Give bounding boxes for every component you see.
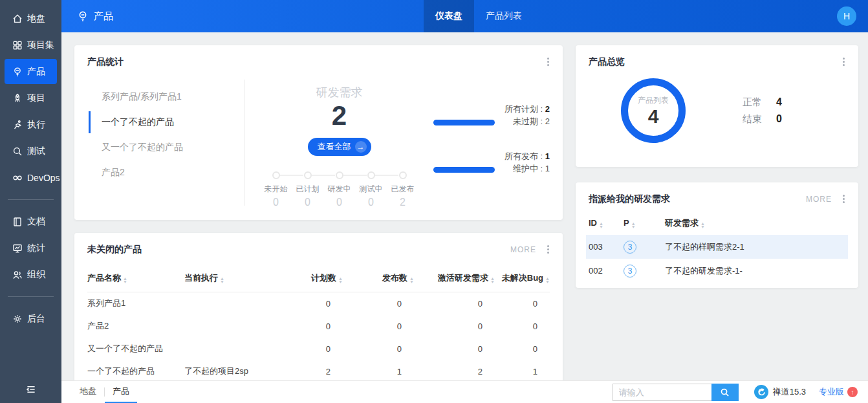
kebab-menu-icon[interactable]: [545, 243, 551, 256]
kebab-menu-icon[interactable]: [545, 56, 551, 68]
product-list-item[interactable]: 又一个了不起的产品: [89, 136, 244, 158]
column-header[interactable]: 产品名称▲▼: [87, 267, 184, 292]
product-lightbulb-icon: [12, 67, 23, 77]
tab-product-list[interactable]: 产品列表: [474, 0, 534, 32]
card-open-products: 未关闭的产品 MORE 产品名称▲▼ 当前执行▲▼ 计划数▲▼ 发布数▲▼ 激活…: [74, 233, 563, 380]
product-list: 系列产品/系列产品1 一个了不起的产品 又一个了不起的产品 产品2: [74, 77, 244, 212]
more-link[interactable]: MORE: [510, 245, 536, 254]
topbar-tabs: 仪表盘 产品列表: [424, 0, 534, 32]
search-button[interactable]: [711, 384, 739, 401]
sidebar-item-label: 项目: [27, 93, 45, 104]
table-row[interactable]: 一个了不起的产品了不起的项目2sp 21 21: [87, 360, 550, 381]
sidebar-item-label: 后台: [27, 313, 45, 325]
sidebar-item-dashboard[interactable]: 地盘: [5, 6, 57, 31]
card-title: 产品总览: [589, 56, 625, 68]
priority-badge: 3: [624, 241, 636, 254]
product-count-ring: 产品列表 4: [621, 78, 686, 143]
doc-book-icon: [12, 217, 23, 227]
column-header[interactable]: 当前执行▲▼: [184, 267, 281, 292]
priority-badge: 3: [624, 265, 636, 278]
sidebar-item-qa[interactable]: 测试: [5, 138, 57, 164]
plan-progress-bar: [433, 120, 495, 125]
product-list-item-active[interactable]: 一个了不起的产品: [89, 111, 244, 133]
sidebar-item-label: 产品: [27, 66, 45, 78]
footer-tab-dashboard[interactable]: 地盘: [72, 381, 104, 403]
column-header[interactable]: ID▲▼: [586, 212, 624, 235]
card-title: 指派给我的研发需求: [589, 193, 670, 205]
sidebar-item-org[interactable]: 组织: [5, 262, 57, 287]
tab-dashboard[interactable]: 仪表盘: [424, 0, 474, 32]
sidebar-item-admin[interactable]: 后台: [5, 306, 57, 331]
sidebar-item-label: 测试: [27, 146, 45, 157]
sidebar-item-report[interactable]: 统计: [5, 235, 57, 261]
overview-stat-closed: 结束 0: [743, 113, 782, 125]
column-header[interactable]: 未解决Bug▲▼: [495, 267, 550, 292]
sort-icon: ▲▼: [123, 277, 127, 283]
search-input[interactable]: [613, 384, 711, 401]
product-list-item[interactable]: 产品2: [89, 162, 244, 184]
column-header[interactable]: P▲▼: [624, 212, 665, 235]
view-all-button[interactable]: 查看全部 →: [308, 138, 371, 156]
card-assigned-stories: 指派给我的研发需求 MORE ID▲▼ P▲▼ 研发需求▲▼ 003: [576, 182, 858, 288]
metric-label: 研发需求: [245, 85, 433, 100]
card-title: 未关闭的产品: [87, 244, 142, 256]
avatar[interactable]: H: [837, 6, 856, 26]
sort-icon: ▲▼: [490, 277, 495, 283]
kebab-menu-icon[interactable]: [841, 193, 847, 205]
execution-runner-icon: [12, 120, 23, 130]
step-item: 未开始 0: [260, 171, 292, 208]
column-header[interactable]: 研发需求▲▼: [665, 212, 848, 235]
edition-link[interactable]: 专业版: [819, 386, 844, 398]
column-header[interactable]: 计划数▲▼: [281, 267, 343, 292]
topbar-title-text: 产品: [94, 10, 113, 23]
sidebar-item-execution[interactable]: 执行: [5, 112, 57, 137]
table-row[interactable]: 产品2 00 00: [87, 315, 550, 338]
sort-icon: ▲▼: [409, 277, 414, 283]
release-gauge: 所有发布1 维护中1: [433, 141, 550, 175]
sidebar-item-label: 地盘: [27, 13, 45, 25]
sidebar-item-product[interactable]: 产品: [5, 59, 57, 84]
table-row[interactable]: 003 3 了不起的样啊需求2-1: [586, 235, 848, 259]
brand-version-label[interactable]: 禅道15.3: [773, 386, 806, 398]
collapse-menu-icon: [25, 384, 37, 395]
sidebar-item-label: 项目集: [27, 39, 54, 51]
more-link[interactable]: MORE: [806, 195, 832, 204]
release-progress-bar: [433, 167, 495, 173]
step-item: 测试中 0: [355, 171, 387, 208]
story-link[interactable]: 了不起的研发需求-1-: [665, 259, 848, 283]
step-dot-icon: [399, 171, 407, 179]
card-product-overview: 产品总览 产品列表 4 正常 4 结束 0: [576, 45, 858, 167]
step-item: 已计划 0: [292, 171, 323, 208]
kebab-menu-icon[interactable]: [841, 56, 847, 68]
column-header[interactable]: 发布数▲▼: [343, 267, 414, 292]
step-dot-icon: [272, 171, 280, 179]
sidebar-item-label: 执行: [27, 119, 45, 131]
zentao-logo-icon: [754, 385, 768, 399]
story-link[interactable]: 了不起的样啊需求2-1: [665, 235, 848, 259]
card-product-stats: 产品统计 系列产品/系列产品1 一个了不起的产品 又一个了不起的产品 产品2 研…: [74, 45, 563, 220]
table-row[interactable]: 又一个了不起的产品 00 00: [87, 338, 550, 360]
sidebar-item-label: 组织: [27, 269, 45, 281]
sidebar-divider: [8, 296, 54, 297]
footer-tab-product[interactable]: 产品: [105, 381, 137, 403]
step-item: 已发布 2: [387, 171, 418, 208]
sidebar-item-project[interactable]: 项目: [5, 85, 57, 111]
table-row[interactable]: 002 3 了不起的研发需求-1-: [586, 259, 848, 283]
step-item: 研发中 0: [323, 171, 355, 208]
devops-infinity-icon: [12, 173, 23, 183]
sidebar-item-label: DevOps: [27, 173, 60, 183]
report-chart-icon: [12, 243, 23, 254]
sort-icon: ▲▼: [220, 277, 224, 283]
table-row[interactable]: 系列产品1 00 00: [87, 292, 550, 315]
sidebar-item-devops[interactable]: DevOps: [5, 165, 57, 190]
sidebar-item-program[interactable]: 项目集: [5, 32, 57, 58]
main-content: 产品统计 系列产品/系列产品1 一个了不起的产品 又一个了不起的产品 产品2 研…: [61, 32, 868, 380]
upgrade-arrow-icon[interactable]: ↑: [847, 387, 858, 397]
card-title: 产品统计: [87, 56, 124, 68]
sidebar-collapse-toggle[interactable]: [0, 381, 61, 398]
column-header[interactable]: 激活研发需求▲▼: [414, 267, 495, 292]
product-list-item[interactable]: 系列产品/系列产品1: [89, 86, 244, 108]
step-dot-icon: [367, 171, 375, 179]
sidebar-item-label: 统计: [27, 243, 45, 254]
sidebar-item-doc[interactable]: 文档: [5, 209, 57, 234]
